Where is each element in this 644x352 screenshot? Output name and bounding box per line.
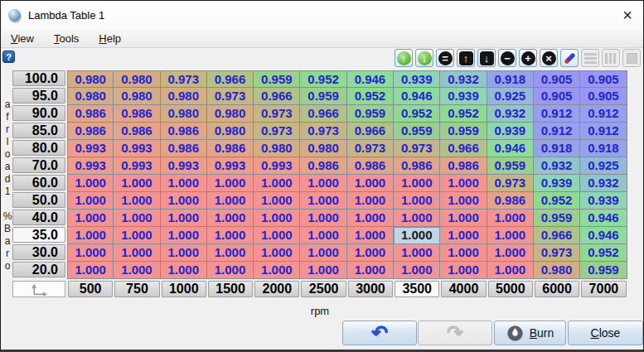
menu-item-view[interactable]: View bbox=[6, 30, 42, 47]
table-cell[interactable]: 0.980 bbox=[67, 70, 114, 88]
table-cell[interactable]: 1.000 bbox=[207, 244, 254, 262]
table-cell[interactable]: 1.000 bbox=[254, 262, 300, 279]
table-cell[interactable]: 0.986 bbox=[67, 123, 114, 140]
table-cell[interactable]: 0.986 bbox=[440, 157, 487, 175]
table-cell[interactable]: 1.000 bbox=[254, 175, 300, 192]
table-cell[interactable]: 0.939 bbox=[394, 70, 440, 88]
table-cell[interactable]: 1.000 bbox=[114, 244, 160, 262]
col-header[interactable]: 5000 bbox=[488, 281, 533, 297]
table-cell[interactable]: 0.959 bbox=[347, 105, 394, 123]
table-cell[interactable]: 0.946 bbox=[487, 140, 534, 157]
row-header[interactable]: 60.0 bbox=[12, 175, 65, 190]
table-cell[interactable]: 1.000 bbox=[114, 175, 160, 192]
col-header[interactable]: 4000 bbox=[441, 281, 486, 297]
table-cell[interactable]: 1.000 bbox=[67, 175, 114, 192]
table-cell[interactable]: 0.986 bbox=[114, 105, 160, 123]
table-cell[interactable]: 0.986 bbox=[161, 123, 207, 140]
table-cell[interactable]: 0.918 bbox=[534, 140, 580, 157]
row-header[interactable]: 20.0 bbox=[12, 262, 65, 277]
col-header[interactable]: 2000 bbox=[254, 281, 299, 297]
col-header[interactable]: 1000 bbox=[162, 281, 206, 297]
table-cell[interactable]: 0.973 bbox=[207, 88, 254, 105]
table-cell[interactable]: 1.000 bbox=[207, 262, 254, 279]
table-cell[interactable]: 0.905 bbox=[580, 88, 627, 105]
row-header[interactable]: 95.0 bbox=[12, 88, 65, 104]
table-cell[interactable]: 0.993 bbox=[67, 140, 114, 157]
table-cell[interactable]: 0.986 bbox=[161, 140, 207, 157]
table-cell[interactable]: 0.952 bbox=[347, 88, 394, 105]
table-cell[interactable]: 0.952 bbox=[580, 244, 627, 262]
table-cell[interactable]: 0.959 bbox=[440, 123, 487, 140]
table-cell[interactable]: 0.932 bbox=[487, 105, 534, 123]
cancel-button[interactable]: × bbox=[540, 49, 558, 67]
table-cell[interactable]: 1.000 bbox=[347, 192, 394, 210]
window-close-button[interactable]: × bbox=[622, 7, 632, 23]
table-cell[interactable]: 1.000 bbox=[347, 175, 394, 192]
table-cell[interactable]: 1.000 bbox=[67, 227, 114, 244]
table-cell[interactable]: 0.905 bbox=[534, 88, 580, 105]
col-header[interactable]: 3000 bbox=[348, 281, 393, 297]
table-cell[interactable]: 0.952 bbox=[394, 105, 440, 123]
menu-item-help[interactable]: Help bbox=[94, 30, 129, 47]
table-cell[interactable]: 0.925 bbox=[487, 88, 534, 105]
table-cell[interactable]: 0.918 bbox=[487, 70, 534, 88]
help-icon[interactable]: ? bbox=[2, 51, 15, 63]
table-cell[interactable]: 0.973 bbox=[534, 244, 580, 262]
table-cell[interactable]: 1.000 bbox=[161, 210, 207, 227]
table-cell[interactable]: 0.952 bbox=[440, 105, 487, 123]
table-cell[interactable]: 1.000 bbox=[347, 262, 394, 279]
table-cell[interactable]: 0.980 bbox=[207, 105, 254, 123]
row-header[interactable]: 50.0 bbox=[12, 192, 65, 208]
table-cell[interactable]: 0.986 bbox=[114, 123, 160, 140]
table-cell[interactable]: 0.966 bbox=[207, 70, 254, 88]
table-cell[interactable]: 0.980 bbox=[161, 88, 207, 105]
row-header[interactable]: 85.0 bbox=[12, 123, 65, 138]
table-cell[interactable]: 0.946 bbox=[394, 88, 440, 105]
col-header[interactable]: 6000 bbox=[535, 281, 579, 297]
table-cell[interactable]: 0.986 bbox=[67, 105, 114, 123]
row-header[interactable]: 35.0 bbox=[12, 227, 65, 243]
table-cell[interactable]: 0.973 bbox=[394, 140, 440, 157]
table-cell[interactable]: 1.000 bbox=[394, 227, 440, 244]
table-cell[interactable]: 0.946 bbox=[580, 227, 627, 244]
table-cell[interactable]: 0.993 bbox=[67, 157, 114, 175]
table-cell[interactable]: 0.946 bbox=[580, 210, 627, 227]
table-cell[interactable]: 0.993 bbox=[114, 140, 160, 157]
table-cell[interactable]: 1.000 bbox=[394, 210, 440, 227]
table-cell[interactable]: 1.000 bbox=[114, 192, 160, 210]
table-cell[interactable]: 0.932 bbox=[534, 157, 580, 175]
table-cell[interactable]: 1.000 bbox=[114, 210, 160, 227]
table-cell[interactable]: 1.000 bbox=[254, 192, 300, 210]
table-cell[interactable]: 1.000 bbox=[300, 262, 346, 279]
table-cell[interactable]: 0.912 bbox=[580, 123, 627, 140]
scale-up-button[interactable]: ↑ bbox=[395, 49, 413, 67]
shift-up-button[interactable]: ↑ bbox=[457, 49, 475, 67]
table-cell[interactable]: 0.986 bbox=[394, 157, 440, 175]
table-cell[interactable]: 0.959 bbox=[487, 157, 534, 175]
table-cell[interactable]: 1.000 bbox=[67, 262, 114, 279]
table-cell[interactable]: 0.952 bbox=[534, 192, 580, 210]
table-cell[interactable]: 0.993 bbox=[254, 157, 300, 175]
close-button[interactable]: Close bbox=[568, 321, 643, 345]
table-cell[interactable]: 0.966 bbox=[347, 123, 394, 140]
table-cell[interactable]: 0.980 bbox=[207, 123, 254, 140]
table-cell[interactable]: 1.000 bbox=[67, 244, 114, 262]
table-cell[interactable]: 0.932 bbox=[580, 175, 627, 192]
undo-button[interactable]: ↶ bbox=[342, 321, 417, 345]
decrease-button[interactable]: − bbox=[498, 49, 516, 67]
table-cell[interactable]: 0.966 bbox=[534, 227, 580, 244]
col-header[interactable]: 3500 bbox=[395, 281, 439, 297]
table-cell[interactable]: 1.000 bbox=[394, 244, 440, 262]
table-cell[interactable]: 0.980 bbox=[67, 88, 114, 105]
row-header[interactable]: 70.0 bbox=[12, 157, 65, 173]
table-cell[interactable]: 0.939 bbox=[580, 192, 627, 210]
edit-pencil-button[interactable] bbox=[560, 49, 579, 67]
table-cell[interactable]: 1.000 bbox=[487, 262, 534, 279]
table-cell[interactable]: 1.000 bbox=[440, 227, 487, 244]
table-cell[interactable]: 0.986 bbox=[487, 192, 534, 210]
table-cell[interactable]: 0.932 bbox=[440, 70, 487, 88]
table-cell[interactable]: 1.000 bbox=[440, 210, 487, 227]
table-cell[interactable]: 0.939 bbox=[534, 175, 580, 192]
table-cell[interactable]: 1.000 bbox=[347, 227, 394, 244]
table-cell[interactable]: 1.000 bbox=[300, 227, 346, 244]
